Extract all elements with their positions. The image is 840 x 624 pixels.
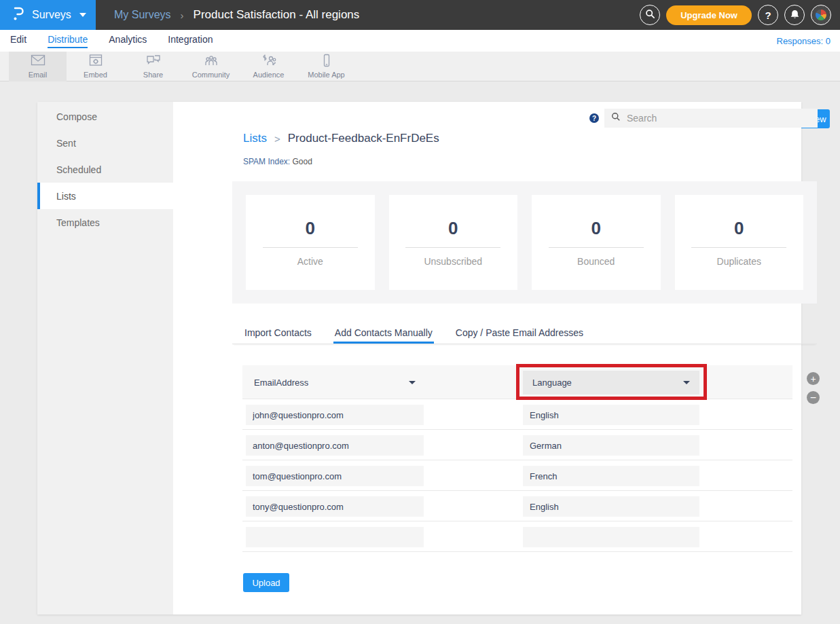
remove-column-button[interactable]: − — [807, 391, 820, 404]
language-column-select[interactable]: Language — [523, 371, 699, 394]
stat-value: 0 — [591, 218, 601, 239]
user-avatar[interactable] — [811, 5, 831, 25]
tab-integration[interactable]: Integration — [168, 34, 213, 48]
sidebar-item-compose[interactable]: Compose — [37, 103, 173, 130]
language-input[interactable] — [523, 405, 699, 425]
email-input[interactable] — [246, 405, 424, 425]
product-switcher[interactable]: Surveys — [0, 0, 96, 30]
avatar-logo-icon — [816, 10, 826, 20]
channel-label: Email — [29, 71, 48, 79]
tab-add-contacts-manually[interactable]: Add Contacts Manually — [333, 321, 434, 344]
tab-analytics[interactable]: Analytics — [109, 34, 147, 48]
chat-bubbles-icon — [145, 54, 162, 70]
phone-icon — [318, 54, 335, 70]
channel-items: Email Embed Share Community — [9, 52, 355, 81]
help-button[interactable]: ? — [758, 5, 778, 25]
add-column-button[interactable]: + — [807, 372, 820, 385]
channel-label: Community — [192, 71, 230, 79]
channel-email[interactable]: Email — [9, 52, 67, 81]
contact-row — [242, 460, 792, 491]
responses-count[interactable]: Responses: 0 — [777, 36, 840, 46]
channel-label: Share — [143, 71, 163, 79]
chevron-down-icon — [409, 381, 416, 384]
survey-nav-items: Edit Distribute Analytics Integration — [0, 34, 213, 48]
lists-content: ? Lists > Product-Feedback-EnFrDeEs SPAM… — [173, 102, 801, 614]
email-column-select[interactable]: EmailAddress — [246, 370, 424, 394]
divider — [549, 247, 644, 248]
channel-label: Mobile App — [308, 71, 344, 79]
email-column-label: EmailAddress — [254, 378, 308, 388]
question-mark-icon: ? — [765, 10, 771, 21]
channel-share[interactable]: Share — [124, 52, 182, 81]
channel-mobile-app[interactable]: Mobile App — [297, 52, 355, 81]
contact-row — [242, 399, 792, 430]
notifications-button[interactable] — [784, 5, 805, 25]
email-input[interactable] — [246, 435, 424, 456]
stat-label: Duplicates — [717, 256, 761, 267]
search-button[interactable] — [640, 5, 660, 25]
tab-import-contacts[interactable]: Import Contacts — [243, 321, 313, 344]
survey-nav: Edit Distribute Analytics Integration Re… — [0, 30, 840, 52]
language-input[interactable] — [523, 435, 699, 456]
divider — [405, 247, 500, 248]
list-help-icon[interactable]: ? — [589, 113, 599, 123]
lists-panel: Compose Sent Scheduled Lists Templates ?… — [37, 102, 801, 614]
stat-value: 0 — [306, 218, 315, 239]
list-name: Product-Feedback-EnFrDeEs — [288, 132, 439, 145]
column-header-row: EmailAddress Language + − — [242, 365, 792, 399]
email-input[interactable] — [246, 466, 424, 486]
channel-embed[interactable]: Embed — [67, 52, 124, 81]
bell-icon — [790, 9, 800, 22]
stat-card-duplicates: 0 Duplicates — [675, 195, 804, 290]
chevron-down-icon — [79, 13, 86, 17]
topbar-actions: Upgrade Now ? — [640, 5, 840, 25]
upgrade-now-button[interactable]: Upgrade Now — [666, 5, 752, 25]
top-bar: Surveys My Surveys › Product Satisfactio… — [0, 0, 840, 30]
language-column-label: Language — [532, 378, 572, 388]
search-icon — [611, 112, 621, 124]
stat-card-bounced: 0 Bounced — [532, 195, 661, 290]
stat-label: Bounced — [577, 256, 615, 267]
list-breadcrumb: Lists > Product-Feedback-EnFrDeEs — [243, 132, 439, 145]
list-search-box — [604, 109, 818, 128]
spam-index-label: SPAM Index: — [243, 157, 290, 166]
tab-distribute[interactable]: Distribute — [48, 34, 88, 48]
sidebar-item-templates[interactable]: Templates — [37, 209, 173, 236]
language-input[interactable] — [523, 466, 699, 486]
contacts-table: EmailAddress Language + − — [242, 365, 792, 552]
breadcrumb-lists-link[interactable]: Lists — [243, 132, 267, 145]
language-input[interactable] — [523, 496, 699, 517]
list-search-input[interactable] — [627, 113, 818, 124]
sidebar-item-lists[interactable]: Lists — [37, 183, 173, 209]
channel-label: Audience — [253, 71, 285, 79]
questionpro-logo-icon — [12, 5, 25, 24]
sidebar-item-sent[interactable]: Sent — [37, 130, 173, 156]
list-stats: 0 Active 0 Unsubscribed 0 Bounced 0 — [232, 181, 817, 304]
language-input[interactable] — [523, 527, 699, 547]
contacts-tabs: Import Contacts Add Contacts Manually Co… — [232, 321, 817, 344]
stat-label: Unsubscribed — [424, 256, 482, 267]
breadcrumb: My Surveys › Product Satisfaction - All … — [114, 8, 359, 22]
sidebar-item-scheduled[interactable]: Scheduled — [37, 156, 173, 183]
email-input[interactable] — [246, 527, 424, 547]
spam-index-value: Good — [292, 157, 312, 166]
stat-value: 0 — [448, 218, 458, 239]
stat-card-unsubscribed: 0 Unsubscribed — [389, 195, 518, 290]
channel-community[interactable]: Community — [182, 52, 240, 81]
divider — [263, 247, 358, 248]
dollar-people-icon — [261, 54, 277, 70]
stat-value: 0 — [734, 218, 744, 239]
questionpro-app: Surveys My Surveys › Product Satisfactio… — [0, 0, 840, 624]
channel-label: Embed — [84, 71, 107, 79]
upload-button[interactable]: Upload — [243, 573, 289, 592]
stat-card-active: 0 Active — [246, 195, 375, 290]
contact-row — [242, 430, 792, 460]
page-title: Product Satisfaction - All regions — [194, 8, 360, 22]
distribute-toolbar: Email Embed Share Community — [0, 52, 840, 81]
surveys-menu-label: Surveys — [32, 9, 71, 21]
breadcrumb-my-surveys[interactable]: My Surveys — [114, 9, 171, 21]
tab-edit[interactable]: Edit — [10, 34, 26, 48]
tab-copy-paste-email-addresses[interactable]: Copy / Paste Email Addresses — [454, 321, 585, 344]
channel-audience[interactable]: Audience — [240, 52, 297, 81]
email-input[interactable] — [246, 496, 424, 517]
